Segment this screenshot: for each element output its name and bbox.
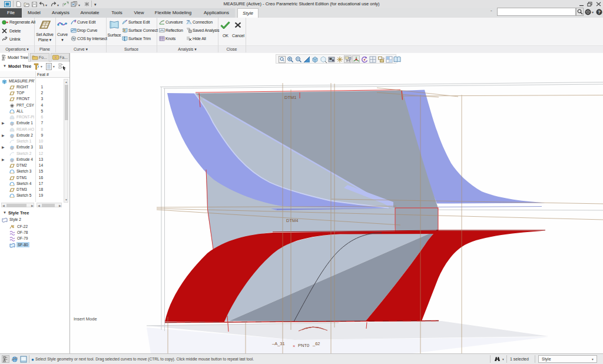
svg-text:DTM1: DTM1 — [284, 95, 296, 100]
svg-text:PNT0: PNT0 — [298, 343, 309, 348]
svg-text:_62: _62 — [312, 341, 320, 346]
svg-text:?: ? — [598, 9, 601, 15]
svg-text:×: × — [293, 343, 295, 349]
svg-text:DTM4: DTM4 — [286, 218, 298, 223]
svg-text:–A_31: –A_31 — [272, 341, 285, 346]
